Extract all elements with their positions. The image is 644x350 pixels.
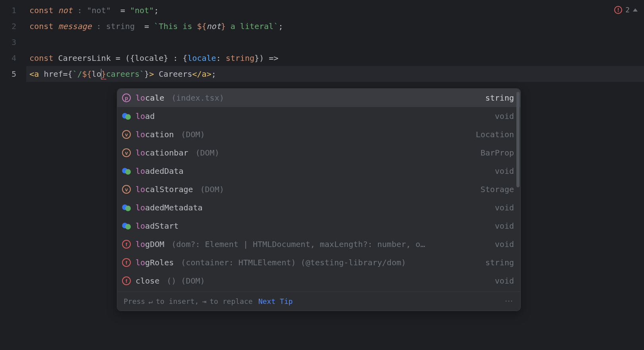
event-icon [122, 167, 131, 175]
code-area[interactable]: const not : "not" = "not"; const message… [26, 0, 644, 350]
completion-hint: (container: HTMLElement) (@testing-libra… [181, 258, 476, 267]
completion-return-type: void [491, 111, 514, 121]
line-number: 1 [0, 2, 26, 18]
autocomplete-item[interactable]: flogRoles(container: HTMLElement) (@test… [117, 253, 520, 272]
error-icon: ! [614, 6, 622, 14]
event-icon [122, 112, 131, 121]
completion-return-type: BarProp [477, 148, 514, 158]
variable-icon: v [122, 130, 131, 139]
completion-hint: (index.tsx) [171, 93, 476, 103]
chevron-up-icon[interactable] [633, 8, 638, 12]
autocomplete-item[interactable]: flogDOM(dom?: Element | HTMLDocument, ma… [117, 235, 520, 253]
next-tip-link[interactable]: Next Tip [258, 297, 293, 305]
completion-name: close [136, 276, 159, 286]
code-line[interactable]: <a href={`/${lo}careers`}> Careers</a>; [26, 66, 644, 82]
line-number-gutter: 1 2 3 4 5 [0, 0, 26, 350]
completion-return-type: Location [472, 130, 514, 139]
autocomplete-item[interactable]: loadedDatavoid [117, 162, 520, 180]
line-number: 3 [0, 34, 26, 50]
completion-return-type: void [491, 166, 514, 176]
text-caret [101, 69, 102, 79]
completion-hint: (DOM) [195, 148, 471, 158]
variable-icon: v [122, 148, 131, 157]
autocomplete-popup: plocale(index.tsx)stringloadvoidvlocatio… [117, 88, 521, 311]
autocomplete-list[interactable]: plocale(index.tsx)stringloadvoidvlocatio… [117, 89, 520, 292]
autocomplete-item[interactable]: loadvoid [117, 107, 520, 125]
inspection-widget[interactable]: ! 2 [614, 6, 638, 14]
completion-name: loadStart [136, 221, 178, 231]
completion-return-type: Storage [477, 185, 514, 194]
completion-return-type: void [491, 276, 514, 286]
autocomplete-item[interactable]: loadStartvoid [117, 217, 520, 235]
completion-return-type: string [481, 93, 514, 103]
function-icon: f [122, 258, 131, 267]
autocomplete-item[interactable]: loadedMetadatavoid [117, 198, 520, 217]
autocomplete-item[interactable]: plocale(index.tsx)string [117, 89, 520, 107]
function-icon: f [122, 240, 131, 249]
completion-name: locale [136, 93, 164, 103]
tab-key-icon: ⇥ [202, 297, 206, 305]
parameter-icon: p [122, 93, 131, 102]
completion-hint: (DOM) [200, 185, 472, 194]
enter-key-icon: ↵ [148, 297, 153, 305]
completion-name: logRoles [136, 258, 174, 267]
autocomplete-footer: Press ↵ to insert, ⇥ to replace Next Tip… [117, 292, 520, 311]
autocomplete-item[interactable]: fclose() (DOM)void [117, 272, 520, 290]
line-number: 5 [0, 66, 26, 82]
completion-name: location [136, 130, 174, 139]
completion-name: logDOM [136, 239, 164, 249]
completion-hint: () (DOM) [167, 276, 486, 286]
completion-return-type: string [481, 258, 514, 267]
code-line[interactable]: const message : string = `This is ${not}… [26, 18, 644, 34]
autocomplete-item[interactable]: vclosed(DOM)boolean [117, 290, 520, 292]
error-count: 2 [625, 6, 630, 14]
code-line[interactable]: const not : "not" = "not"; [26, 2, 644, 18]
autocomplete-item[interactable]: vlocation(DOM)Location [117, 125, 520, 144]
event-icon [122, 203, 131, 212]
function-icon: f [122, 276, 131, 285]
completion-return-type: void [491, 221, 514, 231]
line-number: 2 [0, 18, 26, 34]
completion-name: loadedMetadata [136, 203, 203, 212]
completion-hint: (DOM) [181, 130, 467, 139]
code-line[interactable]: const CareersLink = ({locale} : {locale:… [26, 50, 644, 66]
line-number: 4 [0, 50, 26, 66]
event-icon [122, 222, 131, 230]
completion-name: loadedData [136, 166, 183, 176]
code-editor: 1 2 3 4 5 const not : "not" = "not"; con… [0, 0, 644, 350]
completion-name: locationbar [136, 148, 188, 158]
completion-return-type: void [491, 203, 514, 212]
completion-return-type: void [491, 239, 514, 249]
variable-icon: v [122, 185, 131, 194]
autocomplete-item[interactable]: vlocalStorage(DOM)Storage [117, 180, 520, 198]
scrollbar-thumb[interactable] [516, 92, 520, 187]
code-line[interactable] [26, 34, 644, 50]
completion-hint: (dom?: Element | HTMLDocument, maxLength… [171, 239, 486, 249]
autocomplete-item[interactable]: vlocationbar(DOM)BarProp [117, 144, 520, 162]
completion-name: load [136, 111, 155, 121]
more-options-icon[interactable]: ⋮ [504, 297, 514, 306]
completion-name: localStorage [136, 185, 193, 194]
